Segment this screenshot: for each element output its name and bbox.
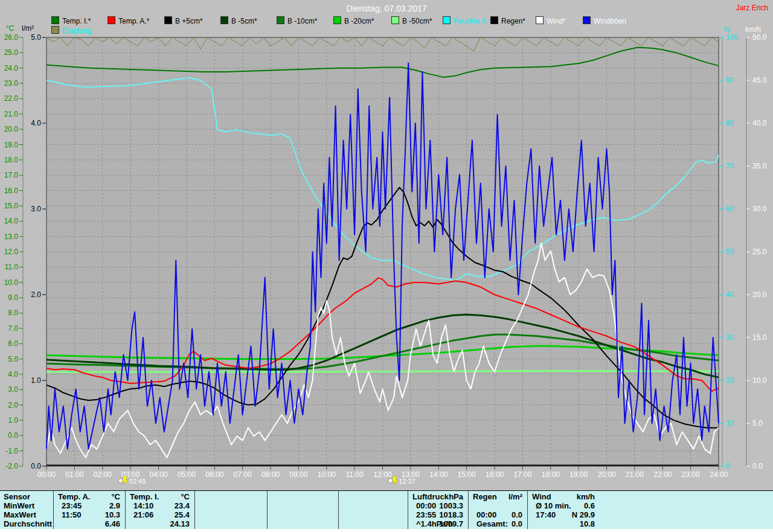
tempC-tick-label: 24.0 — [4, 64, 19, 72]
tempC-tick-label: 21.0 — [4, 110, 19, 118]
time-tick-label: 04:00 — [149, 470, 167, 479]
kmh-tick-label: 25.0 — [752, 248, 767, 256]
time-tick-label: 17:00 — [513, 470, 531, 479]
lm2-tick-label: 0.0 — [31, 462, 41, 470]
table-row-label: MinWert — [4, 501, 34, 510]
pct-tick-label: 30 — [726, 333, 734, 342]
table-value-cell: 6.46 — [58, 519, 120, 528]
table-value-cell: 0.0 — [473, 519, 522, 528]
table-separator — [125, 491, 126, 529]
table-separator — [267, 491, 268, 529]
tempC-tick-label: 14.0 — [4, 217, 19, 225]
time-tick-label: 10:00 — [318, 470, 336, 479]
table-value-cell: 10.3 — [58, 510, 120, 519]
lm2-tick-label: 4.0 — [31, 119, 41, 127]
tempC-tick-label: 6.0 — [8, 339, 18, 348]
time-tick-label: 06:00 — [205, 470, 223, 479]
table-value-cell: 1003.3 — [412, 501, 463, 510]
table-value-cell: 1018.3 — [412, 510, 463, 519]
tempC-tick-label: 5.0 — [8, 355, 18, 364]
tempC-tick-label: 7.0 — [8, 324, 18, 333]
time-tick-label: 07:00 — [234, 470, 252, 479]
time-tick-label: 15:00 — [458, 470, 476, 479]
bottom-strip — [0, 529, 773, 532]
tempC-tick-label: 9.0 — [8, 293, 18, 302]
table-row-label: Sensor — [4, 492, 30, 501]
tempC-tick-label: 0.0 — [8, 431, 18, 440]
time-tick-label: 16:00 — [486, 470, 504, 479]
time-tick-label: 21:00 — [626, 470, 644, 479]
kmh-tick-label: 45.0 — [752, 76, 767, 85]
lm2-tick-label: 2.0 — [31, 290, 41, 299]
lm2-tick-label: 5.0 — [31, 33, 41, 42]
tempC-tick-label: 1.0 — [8, 416, 18, 425]
time-tick-label: 12:00 — [373, 470, 391, 479]
tempC-tick-label: 23.0 — [4, 79, 19, 88]
tempC-tick-label: 10.0 — [4, 278, 19, 287]
time-tick-label: 01:00 — [65, 470, 83, 479]
kmh-tick-label: 0.0 — [752, 462, 763, 470]
kmh-tick-label: 30.0 — [752, 205, 767, 213]
time-tick-label: 02:00 — [94, 470, 112, 479]
table-separator — [53, 491, 54, 529]
kmh-tick-label: 35.0 — [752, 162, 767, 170]
table-value-cell: 24.13 — [130, 519, 190, 528]
event-marker-label: 02:49 — [129, 478, 146, 485]
table-separator — [527, 491, 528, 529]
kmh-tick-label: 40.0 — [752, 119, 767, 127]
table-value-cell: 25.4 — [130, 510, 190, 519]
table-value-cell: N 29.9 — [532, 510, 595, 519]
tempC-tick-label: 15.0 — [4, 202, 19, 210]
kmh-tick-label: 20.0 — [752, 290, 767, 299]
table-row-label: MaxWert — [4, 510, 36, 519]
tempC-tick-label: 11.0 — [5, 263, 19, 271]
tempC-tick-label: 26.0 — [4, 33, 19, 42]
tempC-tick-label: 2.0 — [8, 401, 18, 409]
time-tick-label: 14:00 — [429, 470, 447, 479]
time-tick-label: 11:00 — [346, 470, 364, 479]
pct-tick-label: 100 — [726, 33, 738, 42]
pct-tick-label: 80 — [726, 119, 734, 127]
time-tick-label: 23:00 — [682, 470, 700, 479]
time-tick-label: 19:00 — [569, 470, 588, 479]
event-marker-icon — [388, 479, 393, 483]
table-separator — [338, 491, 339, 529]
tempC-tick-label: 25.0 — [4, 48, 19, 57]
summary-table: SensorMinWertMaxWertDurchschnittTemp. A.… — [0, 490, 773, 530]
tempC-tick-label: 20.0 — [4, 125, 19, 133]
kmh-tick-label: 50.0 — [752, 33, 767, 42]
lm2-tick-label: 1.0 — [31, 376, 41, 385]
tempC-tick-label: -2.0 — [5, 462, 18, 470]
tempC-tick-label: 22.0 — [4, 94, 19, 103]
pct-tick-label: 20 — [726, 376, 734, 385]
kmh-tick-label: 5.0 — [752, 419, 763, 428]
time-tick-label: 09:00 — [289, 470, 307, 479]
table-value-cell: 0.6 — [532, 501, 595, 510]
tempC-tick-label: -1.0 — [5, 447, 18, 455]
time-tick-label: 22:00 — [653, 470, 672, 479]
table-separator — [468, 491, 469, 529]
tempC-tick-label: 8.0 — [8, 309, 18, 317]
pct-tick-label: 40 — [726, 290, 734, 299]
pct-tick-label: 60 — [726, 205, 734, 213]
tempC-tick-label: 19.0 — [4, 141, 19, 149]
event-marker-label: 12:27 — [399, 478, 415, 485]
pct-tick-label: 10 — [726, 419, 734, 428]
table-group-unit: °C — [58, 492, 120, 501]
event-marker-icon — [118, 479, 123, 483]
pct-tick-label: 70 — [726, 162, 734, 170]
lm2-tick-label: 3.0 — [31, 205, 41, 213]
weather-app-window: Dienstag, 07.03.2017 Jarz Erich Temp. I.… — [0, 0, 773, 532]
time-tick-label: 08:00 — [261, 470, 280, 479]
time-tick-label: 20:00 — [597, 470, 615, 479]
tempC-tick-label: 18.0 — [4, 156, 19, 164]
tempC-tick-label: 16.0 — [4, 187, 19, 195]
table-separator — [194, 491, 195, 529]
tempC-tick-label: 17.0 — [4, 171, 19, 179]
table-value-cell: 2.9 — [58, 501, 120, 510]
time-tick-label: 18:00 — [542, 470, 560, 479]
tempC-tick-label: 3.0 — [8, 385, 18, 394]
table-group-unit: hPa — [412, 492, 463, 501]
tempC-tick-label: 13.0 — [4, 232, 19, 241]
table-group-unit: l/m² — [473, 492, 522, 501]
